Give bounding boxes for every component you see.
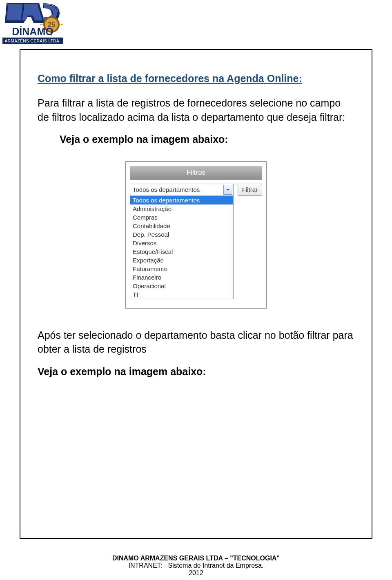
department-option[interactable]: TI	[130, 290, 233, 299]
section-title: Como filtrar a lista de fornecedores na …	[38, 73, 354, 84]
department-option[interactable]: Todos os departamentos	[130, 196, 233, 204]
filter-button[interactable]: Filtrar	[238, 184, 262, 196]
footer-year: 2012	[0, 569, 392, 577]
filters-screenshot: Filtros Todos os departamentos Todos os …	[125, 161, 267, 309]
department-option-list: Todos os departamentos Administração Com…	[130, 196, 234, 299]
intro-paragraph: Para filtrar a lista de registros de for…	[38, 96, 354, 124]
see-example-1: Veja o exemplo na imagem abaixo:	[60, 132, 354, 147]
department-selected-text: Todos os departamentos	[133, 186, 200, 193]
department-option[interactable]: Administração	[130, 204, 233, 213]
department-option[interactable]: Diversos	[130, 239, 233, 247]
see-example-2: Veja o exemplo na imagem abaixo:	[38, 364, 354, 379]
department-select-value[interactable]: Todos os departamentos	[130, 184, 234, 196]
department-option[interactable]: Contabilidade	[130, 222, 233, 230]
chevron-down-icon[interactable]	[223, 185, 232, 195]
department-select[interactable]: Todos os departamentos Todos os departam…	[130, 184, 234, 299]
department-option[interactable]: Operacional	[130, 282, 233, 290]
brand-main-text: DÍNAMO	[12, 26, 53, 37]
footer-line-1: DINAMO ARMAZENS GERAIS LTDA – "TECNOLOGI…	[0, 555, 392, 562]
after-paragraph: Após ter selecionado o departamento bast…	[38, 328, 354, 356]
department-option[interactable]: Faturamento	[130, 264, 233, 273]
department-option[interactable]: Financeiro	[130, 273, 233, 282]
department-option[interactable]: Dep. Pessoal	[130, 230, 233, 239]
filters-panel-header: Filtros	[130, 166, 262, 180]
department-option[interactable]: Exportação	[130, 256, 233, 264]
content-frame: Como filtrar a lista de fornecedores na …	[20, 49, 372, 539]
brand-sub-text: ARMAZÉNS GERAIS LTDA.	[4, 38, 60, 43]
department-option[interactable]: Estoque/Fiscal	[130, 247, 233, 256]
department-option[interactable]: Compras	[130, 213, 233, 222]
footer-line-2: INTRANET: - Sistema de Intranet da Empre…	[0, 562, 392, 569]
company-logo: 25 DÍNAMO ARMAZÉNS GERAIS LTDA.	[2, 3, 63, 49]
page-footer: DINAMO ARMAZENS GERAIS LTDA – "TECNOLOGI…	[0, 555, 392, 577]
